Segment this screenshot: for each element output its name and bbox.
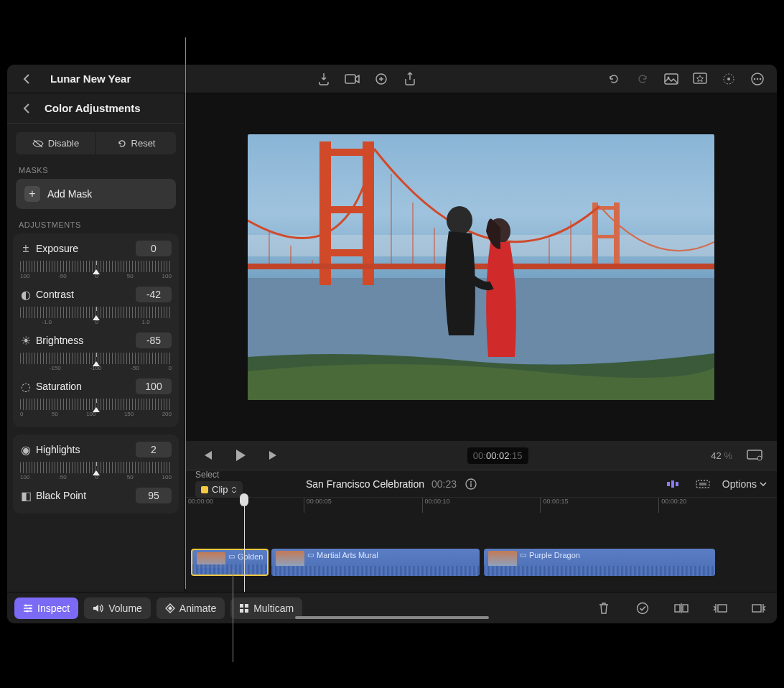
adjustment-black-point: ◧ Black Point 95 (20, 488, 172, 503)
snapping-icon[interactable] (692, 473, 714, 495)
trim-end-icon[interactable] (748, 598, 770, 619)
play-button[interactable] (230, 445, 251, 466)
disable-button[interactable]: Disable (16, 132, 96, 154)
adjustment-name: Saturation (36, 381, 131, 392)
clip-name: Martial Arts Mural (317, 551, 378, 559)
svg-point-44 (25, 604, 27, 606)
timeline-clip[interactable]: ▭ Purple Dragon (484, 549, 715, 576)
adjustment-slider[interactable]: -150-100-500 (20, 353, 172, 371)
svg-rect-50 (245, 609, 248, 613)
volume-button[interactable]: Volume (84, 598, 151, 619)
color-adjustments-sidebar: Color Adjustments Disable Reset MASKS + … (7, 93, 185, 592)
svg-rect-47 (240, 604, 243, 608)
adjustments-section-label: ADJUSTMENTS (7, 218, 185, 233)
chevron-updown-icon (231, 486, 237, 493)
clip-cam-icon: ▭ (520, 551, 526, 559)
home-indicator (295, 616, 489, 619)
timeline-clip[interactable]: ▭ Golden (191, 549, 269, 576)
svg-rect-43 (699, 483, 706, 485)
sidebar-title: Color Adjustments (45, 102, 141, 114)
eye-off-icon (32, 139, 44, 148)
zoom-percent[interactable]: 42 % (711, 450, 732, 461)
svg-rect-38 (470, 483, 471, 487)
app-window: Lunar New Year Color Adjustments (7, 65, 777, 623)
adjustment-slider[interactable]: 100-50050100 (20, 462, 172, 480)
adjustment-icon: ☀ (20, 334, 32, 348)
camera-icon[interactable] (342, 68, 363, 90)
photo-icon[interactable] (661, 68, 682, 90)
magnetic-icon[interactable] (662, 473, 683, 495)
clip-selector[interactable]: Clip (195, 481, 243, 498)
masks-section-label: MASKS (7, 163, 185, 179)
svg-rect-11 (248, 235, 714, 256)
clip-color-icon (201, 486, 208, 493)
timecode-display[interactable]: 00:00:02:15 (467, 447, 528, 464)
reset-button[interactable]: Reset (96, 132, 176, 154)
effects-icon[interactable] (689, 68, 711, 90)
adjustment-name: Contrast (36, 289, 131, 300)
svg-rect-15 (319, 149, 374, 156)
svg-point-35 (757, 456, 762, 460)
undo-icon[interactable] (603, 68, 625, 90)
voiceover-icon[interactable] (370, 68, 392, 90)
adjustment-slider[interactable]: 050100150200 (20, 399, 172, 417)
adjustment-value[interactable]: 100 (136, 378, 172, 394)
adjustment-value[interactable]: 0 (136, 241, 172, 256)
ruler-tick: 00:00:20 (658, 498, 686, 513)
back-button[interactable] (16, 68, 37, 90)
timeline-clip[interactable]: ▭ Martial Arts Mural (271, 549, 480, 576)
select-label: Select (195, 470, 243, 480)
timeline-title: San Francisco Celebration (306, 478, 424, 490)
display-options-icon[interactable] (744, 445, 765, 466)
adjustment-value[interactable]: -42 (136, 287, 172, 302)
keyframe-icon (165, 603, 175, 613)
info-icon[interactable] (464, 477, 478, 491)
clip-cam-icon: ▭ (228, 552, 235, 560)
share-icon[interactable] (399, 68, 421, 90)
svg-point-32 (447, 206, 472, 235)
video-preview[interactable] (248, 134, 714, 400)
trash-icon[interactable] (593, 598, 615, 619)
ruler-tick: 00:00:15 (540, 498, 568, 513)
adjustment-highlights: ◉ Highlights 2 100-50050100 (20, 442, 172, 480)
timeline-title-group: San Francisco Celebration 00:23 (306, 477, 478, 491)
adjustment-slider[interactable]: -1.001.0 (20, 307, 172, 325)
svg-rect-55 (718, 605, 727, 612)
svg-point-6 (727, 78, 730, 80)
adjustment-value[interactable]: -85 (136, 333, 172, 348)
svg-point-8 (754, 78, 755, 79)
animate-button[interactable]: Animate (157, 598, 225, 619)
multicam-button[interactable]: Multicam (230, 598, 302, 619)
svg-point-9 (757, 78, 758, 79)
split-icon[interactable] (671, 598, 692, 619)
svg-point-51 (638, 603, 648, 613)
adjustment-panel: ± Exposure 0 100-50050100 ◐ Contrast -42… (13, 233, 179, 427)
add-mask-button[interactable]: + Add Mask (16, 179, 176, 209)
viewer-column: 00:00:02:15 42 % Select Clip San Fra (185, 93, 777, 592)
approve-icon[interactable] (632, 598, 653, 619)
redo-icon[interactable] (632, 68, 653, 90)
adjustment-value[interactable]: 2 (136, 442, 172, 457)
inspect-button[interactable]: Inspect (14, 598, 78, 619)
svg-point-46 (27, 610, 29, 612)
more-icon[interactable] (747, 68, 768, 90)
settings-icon[interactable] (718, 68, 739, 90)
next-frame-button[interactable] (263, 445, 284, 466)
prev-frame-button[interactable] (197, 445, 218, 466)
svg-point-45 (29, 607, 32, 609)
adjustment-slider[interactable]: 100-50050100 (20, 261, 172, 279)
clip-thumbnail (197, 552, 225, 568)
top-bar: Lunar New Year (7, 65, 777, 93)
svg-rect-49 (240, 609, 243, 613)
reset-icon (117, 139, 127, 149)
sidebar-back-button[interactable] (16, 98, 37, 119)
import-icon[interactable] (313, 68, 335, 90)
playhead-line (244, 497, 245, 592)
timeline-ruler[interactable]: 00:00:0000:00:0500:00:1000:00:1500:00:20 (185, 497, 777, 513)
adjustment-name: Brightness (36, 335, 131, 346)
adjustment-value[interactable]: 95 (136, 488, 172, 503)
svg-rect-52 (675, 605, 680, 612)
options-button[interactable]: Options (722, 478, 767, 490)
trim-start-icon[interactable] (709, 598, 731, 619)
timeline-tracks[interactable]: ▭ Golden ▭ Martial Arts Mural ▭ Purple D… (185, 513, 777, 592)
